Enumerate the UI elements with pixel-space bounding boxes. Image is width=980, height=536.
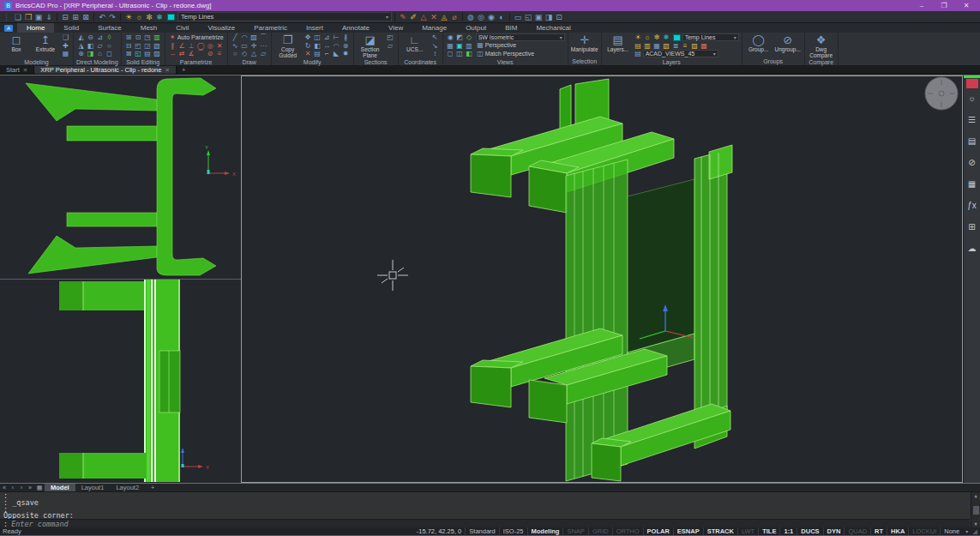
viewport-top-left[interactable]: Y X xyxy=(0,75,241,280)
pc-concentric-icon[interactable]: ◎ xyxy=(206,42,215,51)
erase-mod-icon[interactable]: ✕ xyxy=(304,50,313,58)
auto-parametrize-button[interactable]: ✶ Auto Parametrize xyxy=(168,33,225,42)
chamfer-mod-icon[interactable]: ◣ xyxy=(332,50,341,58)
section-block-icon[interactable]: ◰ xyxy=(386,33,395,42)
circle-icon[interactable]: ○ xyxy=(231,50,240,58)
angle-icon[interactable]: ◬ xyxy=(439,12,449,22)
new-file-icon[interactable]: ❏ xyxy=(13,12,23,22)
toggle-lwt[interactable]: LWT xyxy=(737,527,758,535)
scroll-down-icon[interactable]: ▼ xyxy=(974,521,977,527)
join-icon[interactable]: ⊕ xyxy=(341,42,351,51)
layer-thaw-icon[interactable]: ❄ xyxy=(662,33,671,42)
marker-icon[interactable]: ✐ xyxy=(408,12,418,22)
save-as-icon[interactable]: ⇓ xyxy=(44,12,54,22)
layout-tab-layout2[interactable]: Layout2 xyxy=(110,484,145,491)
array-icon[interactable]: ▤ xyxy=(313,50,322,58)
stretch-icon[interactable]: ↔ xyxy=(322,42,332,51)
layer-off-icon[interactable]: ☼ xyxy=(643,33,652,42)
tips-icon[interactable]: ☼ xyxy=(968,93,976,104)
ucs-face-icon[interactable]: ↘ xyxy=(430,42,440,51)
globe-icon[interactable]: ◍ xyxy=(466,12,476,22)
toggle-ducs[interactable]: DUCS xyxy=(797,527,822,535)
pd-radial-icon[interactable]: ⌒ xyxy=(196,50,206,58)
publish-icon[interactable]: ⊠ xyxy=(81,12,91,22)
pc-parallel-icon[interactable]: ∠ xyxy=(177,42,187,51)
mode-modeling[interactable]: Modeling xyxy=(527,527,563,535)
mirror-icon[interactable]: ◧ xyxy=(313,42,322,51)
toggle-grid[interactable]: GRID xyxy=(588,527,612,535)
hatch-panel-icon[interactable]: ▦ xyxy=(968,179,976,190)
redo-icon[interactable]: ↷ xyxy=(107,12,117,22)
pc-fix-icon[interactable]: ✕ xyxy=(215,42,225,51)
viewport-bottom-left[interactable]: X xyxy=(0,280,241,483)
layer-prev-icon[interactable]: ▧ xyxy=(662,42,671,51)
split-icon[interactable]: ◨ xyxy=(544,12,554,22)
se-union-icon[interactable]: ⊞ xyxy=(124,33,134,42)
view-nw-icon[interactable]: ◧ xyxy=(465,50,474,58)
polygon-icon[interactable]: △ xyxy=(250,50,259,58)
dm-offset-icon[interactable]: ▱ xyxy=(95,42,105,51)
dm-face-icon[interactable]: ◧ xyxy=(86,42,95,51)
toggle-polar[interactable]: POLAR xyxy=(643,527,673,535)
hatch-draw-icon[interactable]: ▨ xyxy=(250,33,259,42)
scale-icon[interactable]: ⊿ xyxy=(322,33,332,42)
panel-icon[interactable]: ▣ xyxy=(533,12,544,22)
add-layout-button[interactable]: + xyxy=(145,484,160,491)
dm-rotate-icon[interactable]: ◭ xyxy=(76,33,86,42)
rotate-icon[interactable]: ↻ xyxy=(304,42,313,51)
structure-panel-icon[interactable]: ⊞ xyxy=(968,222,975,232)
navigation-wheel[interactable] xyxy=(925,77,958,110)
application-button[interactable]: A xyxy=(0,23,17,33)
layout-next-button[interactable]: › xyxy=(17,485,26,491)
command-input[interactable]: : Enter command xyxy=(0,519,970,527)
maximize-button[interactable]: ❐ xyxy=(935,0,953,11)
layer-freeze-icon[interactable]: ☼ xyxy=(134,12,144,22)
layer-merge-icon[interactable]: ▨ xyxy=(690,42,700,51)
ucs-button[interactable]: ∟UCS... xyxy=(401,33,429,52)
dm-add-icon[interactable]: ⊕ xyxy=(76,50,86,58)
close-tab-icon[interactable]: ✕ xyxy=(23,67,27,74)
attachments-icon[interactable]: ⊘ xyxy=(968,158,975,168)
se-clean-icon[interactable]: ▤ xyxy=(143,50,153,58)
tab-visualize[interactable]: Visualize xyxy=(198,23,244,33)
plot-icon[interactable]: ⊞ xyxy=(70,12,81,22)
dm-subtract-icon[interactable]: ⊖ xyxy=(86,33,95,42)
pd-equal-icon[interactable]: ≡ xyxy=(215,50,225,58)
layer-delete-icon[interactable]: ▩ xyxy=(700,42,709,51)
fullscreen-icon[interactable]: ⊡ xyxy=(554,12,564,22)
toggle-ortho[interactable]: ORTHO xyxy=(612,527,643,535)
pc-tangent-icon[interactable]: ◯ xyxy=(196,42,206,51)
doc-tab-start[interactable]: Start✕ xyxy=(0,66,34,74)
ungroup-button[interactable]: ⊘Ungroup... xyxy=(774,33,802,52)
open-file-icon[interactable]: ❒ xyxy=(23,12,33,22)
section-live-icon[interactable]: ▱ xyxy=(386,42,395,51)
extend-icon[interactable]: ⊢ xyxy=(332,33,341,42)
tab-manage[interactable]: Manage xyxy=(412,23,456,33)
sidebar-red-button[interactable] xyxy=(966,79,978,88)
current-layer-dropdown[interactable]: Temp Lines ▾ xyxy=(177,12,392,21)
se-interfere-icon[interactable]: ◲ xyxy=(143,42,153,51)
dm-fillet-icon[interactable]: ◊ xyxy=(105,33,114,42)
toolbar-grip[interactable]: ⋮ xyxy=(3,13,10,21)
toggle-dyn[interactable]: DYN xyxy=(823,527,845,535)
copy-guided-button[interactable]: ❐Copy Guided xyxy=(274,33,302,58)
pd-linear-icon[interactable]: ↔ xyxy=(168,50,177,58)
perspective-checkbox[interactable]: ▦ Perspective xyxy=(476,41,565,50)
ucs-z-icon[interactable]: ↕ xyxy=(430,50,440,58)
layer-walk-icon[interactable]: ≡ xyxy=(681,42,690,51)
ribbon-layer-dropdown[interactable]: Temp Lines ▾ xyxy=(682,33,739,41)
slice-icon[interactable]: ▦ xyxy=(61,50,70,58)
dm-stitch-icon[interactable]: ◻ xyxy=(105,50,114,58)
close-tab-icon[interactable]: ✕ xyxy=(165,67,169,74)
line-icon[interactable]: ╱ xyxy=(231,33,240,42)
view-front-icon[interactable]: ▦ xyxy=(446,42,455,51)
point-icon[interactable]: ✛ xyxy=(250,42,259,51)
manipulate-button[interactable]: ✛Manipulate xyxy=(571,33,598,52)
region-icon[interactable]: ▱ xyxy=(259,50,268,58)
se-separate-icon[interactable]: ◱ xyxy=(134,50,143,58)
dm-edge-icon[interactable]: ◨ xyxy=(86,50,95,58)
view-iso-icon[interactable]: ◩ xyxy=(455,33,465,42)
view-ne-icon[interactable]: ▥ xyxy=(465,42,474,51)
se-extract-icon[interactable]: ◰ xyxy=(134,42,143,51)
pc-coincident-icon[interactable]: ∥ xyxy=(168,42,177,51)
